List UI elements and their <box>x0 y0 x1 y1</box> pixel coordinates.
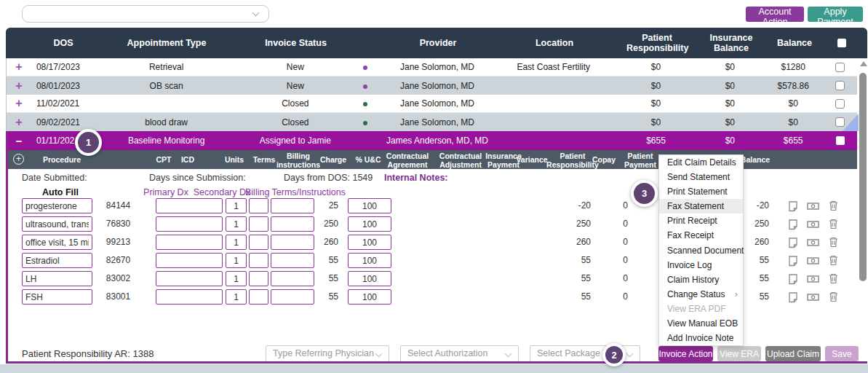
expand-icon[interactable]: + <box>15 60 22 73</box>
note-icon[interactable] <box>787 200 800 213</box>
menu-item-send-statement[interactable]: Send Statement <box>659 170 743 184</box>
authorization-select[interactable]: Select Authorization <box>400 345 519 362</box>
menu-item-fax-statement[interactable]: Fax Statement <box>659 199 743 213</box>
invoice-row[interactable]: + 09/02/2021 blood draw Closed Jane Solo… <box>6 113 857 131</box>
col-invoice-status: Invoice Status <box>243 38 349 48</box>
terms-input[interactable] <box>249 198 268 213</box>
menu-item-invoice-log[interactable]: Invoice Log <box>659 258 743 272</box>
icd-input[interactable] <box>156 253 223 268</box>
row-dos: 08/01/2023 <box>32 81 90 91</box>
add-line-item-icon[interactable]: + <box>13 154 24 165</box>
terms-input[interactable] <box>249 216 268 232</box>
icd-input[interactable] <box>156 235 223 250</box>
procedure-input[interactable] <box>22 235 92 250</box>
terms-input[interactable] <box>249 253 268 268</box>
account-action-button[interactable]: Account Action <box>746 7 804 22</box>
procedure-input[interactable] <box>22 216 92 232</box>
primary-dx-label[interactable]: Primary Dx <box>143 187 188 197</box>
units-input[interactable] <box>226 198 247 213</box>
copay-value: 0 <box>610 235 628 250</box>
uc-percent-input[interactable] <box>348 216 391 232</box>
upload-claim-button[interactable]: Upload Claim <box>765 346 821 361</box>
trash-icon[interactable] <box>827 255 840 268</box>
secondary-dx-label[interactable]: Secondary Dx <box>194 187 251 197</box>
uc-percent-input[interactable] <box>348 271 391 286</box>
icd-input[interactable] <box>156 271 223 286</box>
apply-payment-button[interactable]: Apply Payment <box>808 7 863 22</box>
note-icon[interactable] <box>787 291 800 305</box>
note-icon[interactable] <box>787 237 800 250</box>
row-appointment-type: blood draw <box>90 117 243 127</box>
col-charge: Charge <box>320 155 346 164</box>
invoice-action-button[interactable]: Invoice Action <box>658 346 713 361</box>
terms-input[interactable] <box>249 289 268 305</box>
expand-icon[interactable]: + <box>15 116 22 128</box>
menu-item-print-statement[interactable]: Print Statement <box>659 184 743 199</box>
save-button[interactable]: Save <box>825 346 859 361</box>
note-icon[interactable] <box>787 255 800 268</box>
payment-icon[interactable] <box>806 200 819 213</box>
menu-item-scanned-document[interactable]: Scanned Document <box>659 243 743 257</box>
trash-icon[interactable] <box>827 273 840 286</box>
uc-percent-input[interactable] <box>348 289 391 305</box>
trash-icon[interactable] <box>827 237 840 250</box>
invoice-row[interactable]: + 08/17/2023 Retrieval New Jane Solomon,… <box>6 58 857 76</box>
scrollbar-up-arrow[interactable] <box>860 61 867 66</box>
note-icon[interactable] <box>787 219 800 232</box>
uc-percent-input[interactable] <box>348 235 391 250</box>
row-checkbox[interactable] <box>835 99 845 109</box>
procedure-input[interactable] <box>22 198 92 213</box>
cpt-value: 84144 <box>98 198 138 213</box>
patient-responsibility-value: -20 <box>554 198 591 213</box>
auto-fill-label[interactable]: Auto Fill <box>42 187 79 197</box>
procedure-input[interactable] <box>22 289 92 305</box>
payment-icon[interactable] <box>806 219 819 232</box>
menu-item-edit-claim-details[interactable]: Edit Claim Details <box>659 155 743 170</box>
scrollbar-thumb[interactable] <box>859 73 867 281</box>
row-checkbox[interactable] <box>835 63 845 72</box>
uc-percent-input[interactable] <box>348 198 391 213</box>
menu-item-print-receipt[interactable]: Print Receipt <box>659 213 743 228</box>
payment-icon[interactable] <box>806 255 819 268</box>
trash-icon[interactable] <box>827 291 840 305</box>
menu-item-claim-history[interactable]: Claim History <box>659 272 743 287</box>
select-all-checkbox[interactable] <box>837 39 846 47</box>
procedure-input[interactable] <box>22 271 92 286</box>
payment-icon[interactable] <box>806 291 819 305</box>
units-input[interactable] <box>226 271 247 286</box>
note-icon[interactable] <box>787 273 800 286</box>
units-input[interactable] <box>226 216 247 232</box>
procedure-input[interactable] <box>22 253 92 268</box>
icd-input[interactable] <box>156 216 223 232</box>
status-dot-icon <box>363 66 367 70</box>
billing-terms-label[interactable]: Billing Terms/Instructions <box>245 187 346 197</box>
trash-icon[interactable] <box>827 219 840 232</box>
collapse-icon[interactable]: − <box>16 135 23 147</box>
invoice-row[interactable]: + 08/01/2023 OB scan New Jane Solomon, M… <box>6 76 857 95</box>
menu-item-add-invoice-note[interactable]: Add Invoice Note <box>659 331 743 345</box>
payment-icon[interactable] <box>806 273 819 286</box>
units-input[interactable] <box>226 253 247 268</box>
menu-item-change-status[interactable]: Change Status› <box>659 287 743 302</box>
uc-percent-input[interactable] <box>348 253 391 268</box>
icd-input[interactable] <box>156 198 223 213</box>
terms-input[interactable] <box>249 235 268 250</box>
units-input[interactable] <box>226 235 247 250</box>
icd-input[interactable] <box>156 289 223 305</box>
payment-icon[interactable] <box>806 237 819 250</box>
referring-physician-select[interactable]: Type Referring Physician <box>266 345 389 362</box>
expanded-invoice-row[interactable]: − 01/11/2021 Baseline Monitoring Assigne… <box>6 131 857 150</box>
expand-icon[interactable]: + <box>15 79 22 92</box>
menu-item-view-manual-eob[interactable]: View Manual EOB <box>659 316 743 331</box>
terms-input[interactable] <box>249 271 268 286</box>
invoice-row[interactable]: + 11/02/2021 Closed Jane Solomon, MD $0 … <box>6 95 857 113</box>
view-era-button[interactable]: View ERA <box>717 346 761 361</box>
row-checkbox[interactable] <box>836 136 845 145</box>
row-checkbox[interactable] <box>835 81 845 90</box>
menu-item-fax-receipt[interactable]: Fax Receipt <box>659 228 743 243</box>
units-input[interactable] <box>226 289 247 305</box>
cpt-value: 82670 <box>98 253 138 268</box>
expand-icon[interactable]: + <box>15 97 22 109</box>
trash-icon[interactable] <box>827 200 840 213</box>
patient-filter-select[interactable] <box>22 5 269 23</box>
